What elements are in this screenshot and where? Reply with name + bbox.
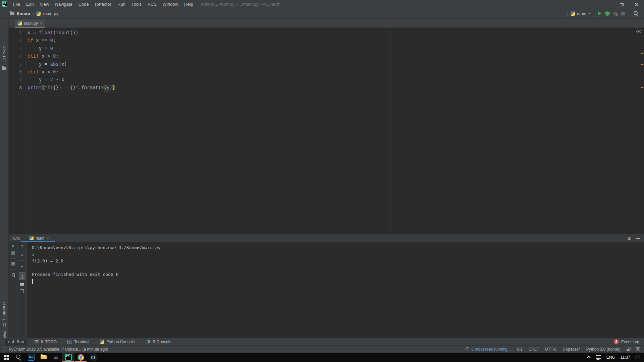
tool-button-python-console[interactable]: Python Console bbox=[97, 339, 138, 345]
scroll-to-end-button[interactable]: ↓ bbox=[19, 272, 25, 280]
soft-wrap-button[interactable]: ↵ bbox=[20, 264, 24, 268]
menu-code[interactable]: Code bbox=[75, 2, 92, 7]
stop-button[interactable] bbox=[621, 12, 625, 15]
code-line[interactable]: y = 2 - x bbox=[28, 76, 634, 83]
minimize-icon bbox=[605, 4, 608, 4]
hide-panel-icon[interactable] bbox=[636, 238, 640, 239]
start-button[interactable] bbox=[0, 353, 12, 362]
run-config-dropdown[interactable]: main bbox=[568, 10, 594, 17]
status-message-area[interactable]: PyCharm 2019.3.5 available: // Update...… bbox=[3, 347, 108, 352]
breadcrumb-project[interactable]: Копии bbox=[17, 11, 30, 16]
taskbar-visual-studio-button[interactable]: ∞ bbox=[50, 353, 62, 362]
taskbar-pycharm-button[interactable] bbox=[62, 353, 74, 362]
editor-tab-mainpy[interactable]: main.py bbox=[15, 19, 45, 27]
tool-button-terminal[interactable]: Terminal bbox=[64, 339, 92, 345]
line-number: 3 bbox=[9, 45, 26, 52]
code-line[interactable]: elif x < 0: bbox=[28, 68, 634, 76]
down-arrow-icon[interactable]: ↓ bbox=[20, 252, 24, 257]
stop-process-button[interactable] bbox=[11, 251, 15, 255]
window-controls bbox=[599, 0, 644, 8]
tool-button-structure[interactable]: 7: Structure bbox=[0, 300, 8, 322]
run-toolbar: main bbox=[568, 10, 639, 17]
restore-layout-button[interactable] bbox=[11, 262, 15, 265]
taskbar-photoshop-button[interactable]: Ps bbox=[25, 353, 37, 362]
window-title: Копии [D:\Копии] - ...\main.py - PyCharm bbox=[201, 2, 280, 7]
taskbar-search-button[interactable] bbox=[12, 353, 25, 362]
run-button[interactable] bbox=[598, 11, 601, 15]
code-line[interactable]: print("f({}) = {}".format(x,y)) bbox=[28, 84, 634, 92]
menu-help[interactable]: Help bbox=[181, 2, 196, 7]
search-everywhere-button[interactable] bbox=[633, 11, 639, 16]
run-icon bbox=[8, 341, 10, 343]
code-line[interactable]: x = float(input()) bbox=[28, 29, 634, 37]
tool-button-run[interactable]: 4: Run bbox=[5, 339, 27, 345]
line-number: 5 bbox=[9, 60, 26, 68]
run-tab-main[interactable]: main bbox=[26, 234, 52, 242]
close-button[interactable] bbox=[629, 0, 644, 8]
search-icon bbox=[16, 354, 22, 360]
editor-gutter: 12345678 bbox=[9, 28, 27, 234]
warning-stripe-mark[interactable] bbox=[641, 53, 643, 54]
run-panel-header-actions: ⚙ bbox=[627, 236, 640, 241]
tool-button-todo[interactable]: 6: TODO bbox=[32, 339, 60, 345]
debug-button[interactable] bbox=[605, 11, 609, 16]
background-processes[interactable]: 3 processes running... bbox=[466, 347, 511, 352]
event-log-button[interactable]: 2 Event Log bbox=[614, 339, 639, 344]
tool-button-project[interactable]: 1: Project bbox=[0, 42, 8, 65]
language-indicator[interactable]: ENG bbox=[606, 355, 615, 360]
warning-stripe-mark[interactable] bbox=[641, 87, 643, 88]
taskbar-explorer-button[interactable] bbox=[37, 353, 50, 362]
rerun-button[interactable] bbox=[12, 244, 15, 248]
menu-tools[interactable]: Tools bbox=[128, 2, 145, 7]
menu-run[interactable]: Run bbox=[114, 2, 128, 7]
pin-tab-button[interactable] bbox=[11, 273, 15, 278]
unlock-icon[interactable] bbox=[627, 349, 630, 351]
taskbar-chrome-button[interactable] bbox=[74, 353, 87, 362]
menu-navigate[interactable]: Navigate bbox=[52, 2, 75, 7]
clear-console-button[interactable] bbox=[21, 290, 24, 293]
tool-button-r-console[interactable]: R Console bbox=[143, 339, 174, 345]
encoding-widget[interactable]: UTF-8 bbox=[545, 347, 556, 352]
menu-window[interactable]: Window bbox=[160, 2, 181, 7]
clock[interactable]: 11:37 bbox=[621, 355, 630, 360]
caret-position-widget[interactable]: 6:1 bbox=[517, 347, 523, 352]
menu-file[interactable]: File bbox=[10, 2, 23, 7]
action-center-icon[interactable] bbox=[636, 356, 640, 359]
breadcrumb-file[interactable]: main.py bbox=[43, 11, 58, 16]
code-line[interactable]: y = abs(x) bbox=[28, 60, 634, 68]
code-line[interactable]: if x == 0: bbox=[28, 37, 634, 44]
line-number: 6 bbox=[9, 68, 26, 76]
print-button[interactable] bbox=[20, 283, 24, 286]
tray-expand-icon[interactable] bbox=[587, 356, 591, 360]
code-line[interactable]: y = 0 bbox=[28, 45, 634, 52]
code-editor[interactable]: 12345678 x = float(input())if x == 0: y … bbox=[9, 28, 644, 234]
restore-button[interactable] bbox=[614, 0, 629, 8]
interpreter-widget[interactable]: Python 3.8 (Копии) bbox=[586, 347, 621, 352]
warning-stripe-mark[interactable] bbox=[641, 64, 643, 65]
gear-icon[interactable]: ⚙ bbox=[627, 236, 631, 241]
todo-list-icon bbox=[35, 340, 39, 343]
notifications-icon[interactable] bbox=[636, 347, 640, 351]
event-log-badge: 2 bbox=[614, 339, 619, 344]
menu-vcs[interactable]: VCS bbox=[145, 2, 160, 7]
taskbar-app-button[interactable] bbox=[87, 353, 99, 362]
console-line bbox=[32, 264, 644, 271]
indent-widget[interactable]: 3 spaces* bbox=[562, 347, 580, 352]
folder-icon bbox=[10, 12, 14, 15]
menu-edit[interactable]: Edit bbox=[23, 2, 37, 7]
tab-close-icon[interactable] bbox=[40, 22, 43, 25]
network-icon[interactable] bbox=[596, 355, 601, 359]
run-tab-close-icon[interactable] bbox=[46, 237, 49, 240]
run-console[interactable]: D:\Копии\venv\Scripts\python.exe D:/Копи… bbox=[27, 242, 644, 338]
minimize-button[interactable] bbox=[599, 0, 614, 8]
inspections-eye-icon[interactable] bbox=[636, 30, 641, 33]
chrome-icon bbox=[77, 354, 84, 361]
code-line[interactable]: elif x > 0: bbox=[28, 52, 634, 60]
code-area[interactable]: x = float(input())if x == 0: y = 0elif x… bbox=[28, 29, 634, 92]
line-ending-widget[interactable]: CRLF bbox=[529, 347, 539, 352]
menu-refactor[interactable]: Refactor bbox=[92, 2, 114, 7]
up-arrow-icon[interactable]: ↑ bbox=[20, 244, 24, 249]
photoshop-icon: Ps bbox=[28, 354, 35, 361]
menu-view[interactable]: View bbox=[37, 2, 52, 7]
coverage-button[interactable] bbox=[613, 12, 617, 15]
